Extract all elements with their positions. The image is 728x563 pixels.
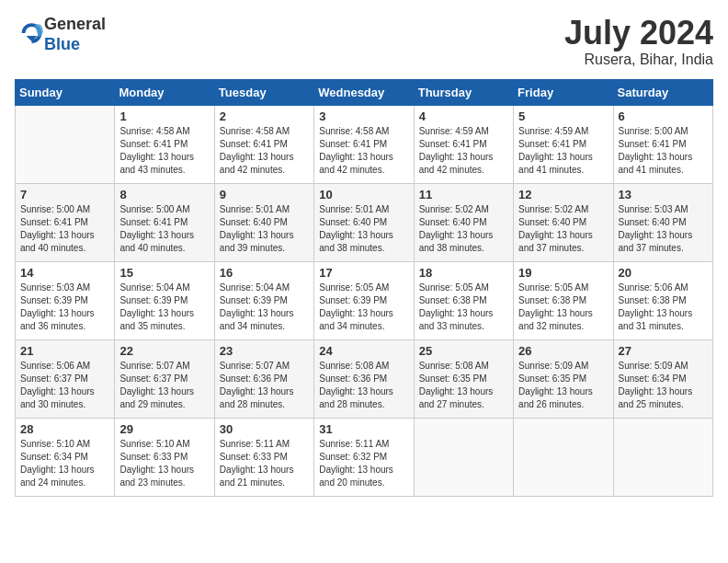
- calendar-cell: [414, 418, 513, 496]
- calendar-cell: 6Sunrise: 5:00 AM Sunset: 6:41 PM Daylig…: [613, 105, 712, 183]
- logo: General Blue: [15, 15, 106, 54]
- location-title: Rusera, Bihar, India: [564, 52, 713, 68]
- day-number: 10: [319, 188, 408, 201]
- day-number: 25: [419, 344, 508, 358]
- calendar-cell: 28Sunrise: 5:10 AM Sunset: 6:34 PM Dayli…: [16, 418, 115, 496]
- day-info: Sunrise: 5:09 AM Sunset: 6:35 PM Dayligh…: [518, 360, 608, 411]
- day-info: Sunrise: 5:10 AM Sunset: 6:34 PM Dayligh…: [20, 438, 109, 489]
- day-number: 16: [220, 266, 309, 280]
- day-info: Sunrise: 5:00 AM Sunset: 6:41 PM Dayligh…: [619, 125, 708, 177]
- calendar-cell: 14Sunrise: 5:03 AM Sunset: 6:39 PM Dayli…: [16, 261, 115, 339]
- month-title: July 2024: [564, 15, 713, 52]
- calendar-cell: 25Sunrise: 5:08 AM Sunset: 6:35 PM Dayli…: [414, 339, 513, 418]
- day-info: Sunrise: 5:04 AM Sunset: 6:39 PM Dayligh…: [119, 282, 209, 333]
- logo-icon: [17, 19, 44, 47]
- day-info: Sunrise: 5:03 AM Sunset: 6:40 PM Dayligh…: [619, 203, 708, 255]
- calendar-cell: 15Sunrise: 5:04 AM Sunset: 6:39 PM Dayli…: [115, 261, 214, 339]
- calendar-week-row: 7Sunrise: 5:00 AM Sunset: 6:41 PM Daylig…: [16, 183, 713, 261]
- day-info: Sunrise: 5:11 AM Sunset: 6:33 PM Dayligh…: [220, 438, 309, 489]
- calendar-cell: 21Sunrise: 5:06 AM Sunset: 6:37 PM Dayli…: [16, 339, 115, 418]
- day-info: Sunrise: 5:03 AM Sunset: 6:39 PM Dayligh…: [20, 282, 109, 333]
- day-number: 8: [119, 188, 209, 201]
- day-number: 27: [619, 344, 708, 358]
- page-header: General Blue July 2024 Rusera, Bihar, In…: [15, 15, 713, 68]
- calendar-cell: 10Sunrise: 5:01 AM Sunset: 6:40 PM Dayli…: [314, 183, 414, 261]
- title-area: July 2024 Rusera, Bihar, India: [564, 15, 713, 68]
- day-info: Sunrise: 5:06 AM Sunset: 6:37 PM Dayligh…: [20, 360, 109, 411]
- day-info: Sunrise: 5:11 AM Sunset: 6:32 PM Dayligh…: [319, 438, 408, 489]
- day-number: 22: [119, 344, 209, 358]
- calendar-cell: 3Sunrise: 4:58 AM Sunset: 6:41 PM Daylig…: [314, 105, 414, 183]
- calendar-cell: 5Sunrise: 4:59 AM Sunset: 6:41 PM Daylig…: [514, 105, 613, 183]
- day-number: 30: [220, 422, 309, 436]
- calendar-week-row: 1Sunrise: 4:58 AM Sunset: 6:41 PM Daylig…: [16, 105, 713, 183]
- day-number: 9: [220, 188, 309, 201]
- calendar-cell: [16, 105, 115, 183]
- calendar-cell: 8Sunrise: 5:00 AM Sunset: 6:41 PM Daylig…: [115, 183, 214, 261]
- calendar-cell: 2Sunrise: 4:58 AM Sunset: 6:41 PM Daylig…: [214, 105, 313, 183]
- day-number: 13: [619, 188, 708, 201]
- calendar-cell: 12Sunrise: 5:02 AM Sunset: 6:40 PM Dayli…: [514, 183, 613, 261]
- day-of-week-header: Friday: [514, 79, 613, 105]
- day-number: 11: [419, 188, 508, 201]
- day-number: 12: [518, 188, 608, 201]
- calendar-cell: 22Sunrise: 5:07 AM Sunset: 6:37 PM Dayli…: [115, 339, 214, 418]
- day-number: 1: [119, 109, 209, 123]
- calendar-week-row: 21Sunrise: 5:06 AM Sunset: 6:37 PM Dayli…: [16, 339, 713, 418]
- day-info: Sunrise: 5:00 AM Sunset: 6:41 PM Dayligh…: [119, 203, 209, 255]
- day-info: Sunrise: 5:06 AM Sunset: 6:38 PM Dayligh…: [619, 282, 708, 333]
- day-info: Sunrise: 5:00 AM Sunset: 6:41 PM Dayligh…: [20, 203, 109, 255]
- calendar-cell: 9Sunrise: 5:01 AM Sunset: 6:40 PM Daylig…: [214, 183, 313, 261]
- calendar-header-row: SundayMondayTuesdayWednesdayThursdayFrid…: [16, 79, 713, 105]
- day-number: 29: [119, 422, 209, 436]
- logo-general-text: General: [44, 15, 106, 33]
- calendar-cell: 18Sunrise: 5:05 AM Sunset: 6:38 PM Dayli…: [414, 261, 513, 339]
- day-number: 24: [319, 344, 408, 358]
- calendar-cell: [514, 418, 613, 496]
- day-number: 6: [619, 109, 708, 123]
- calendar-cell: 13Sunrise: 5:03 AM Sunset: 6:40 PM Dayli…: [613, 183, 712, 261]
- day-info: Sunrise: 5:05 AM Sunset: 6:39 PM Dayligh…: [319, 282, 408, 333]
- day-of-week-header: Wednesday: [314, 79, 414, 105]
- calendar-cell: 23Sunrise: 5:07 AM Sunset: 6:36 PM Dayli…: [214, 339, 313, 418]
- calendar-cell: 16Sunrise: 5:04 AM Sunset: 6:39 PM Dayli…: [214, 261, 313, 339]
- calendar-cell: 27Sunrise: 5:09 AM Sunset: 6:34 PM Dayli…: [613, 339, 712, 418]
- day-number: 20: [619, 266, 708, 280]
- day-of-week-header: Tuesday: [214, 79, 313, 105]
- day-number: 26: [518, 344, 608, 358]
- calendar-cell: 30Sunrise: 5:11 AM Sunset: 6:33 PM Dayli…: [214, 418, 313, 496]
- day-info: Sunrise: 5:08 AM Sunset: 6:36 PM Dayligh…: [319, 360, 408, 411]
- calendar-cell: 1Sunrise: 4:58 AM Sunset: 6:41 PM Daylig…: [115, 105, 214, 183]
- day-info: Sunrise: 4:59 AM Sunset: 6:41 PM Dayligh…: [518, 125, 608, 177]
- day-info: Sunrise: 4:58 AM Sunset: 6:41 PM Dayligh…: [119, 125, 209, 177]
- day-info: Sunrise: 5:07 AM Sunset: 6:36 PM Dayligh…: [220, 360, 309, 411]
- day-info: Sunrise: 5:04 AM Sunset: 6:39 PM Dayligh…: [220, 282, 309, 333]
- day-number: 18: [419, 266, 508, 280]
- day-number: 15: [119, 266, 209, 280]
- day-info: Sunrise: 5:10 AM Sunset: 6:33 PM Dayligh…: [119, 438, 209, 489]
- calendar-cell: 11Sunrise: 5:02 AM Sunset: 6:40 PM Dayli…: [414, 183, 513, 261]
- calendar-cell: 29Sunrise: 5:10 AM Sunset: 6:33 PM Dayli…: [115, 418, 214, 496]
- day-info: Sunrise: 5:05 AM Sunset: 6:38 PM Dayligh…: [518, 282, 608, 333]
- logo-blue-text: Blue: [44, 35, 80, 53]
- calendar-body: 1Sunrise: 4:58 AM Sunset: 6:41 PM Daylig…: [16, 105, 713, 496]
- day-of-week-header: Saturday: [613, 79, 712, 105]
- day-number: 14: [20, 266, 109, 280]
- day-info: Sunrise: 4:58 AM Sunset: 6:41 PM Dayligh…: [319, 125, 408, 177]
- day-number: 21: [20, 344, 109, 358]
- calendar-cell: 20Sunrise: 5:06 AM Sunset: 6:38 PM Dayli…: [613, 261, 712, 339]
- day-info: Sunrise: 5:02 AM Sunset: 6:40 PM Dayligh…: [518, 203, 608, 255]
- calendar-cell: 17Sunrise: 5:05 AM Sunset: 6:39 PM Dayli…: [314, 261, 414, 339]
- calendar-cell: 19Sunrise: 5:05 AM Sunset: 6:38 PM Dayli…: [514, 261, 613, 339]
- calendar-week-row: 14Sunrise: 5:03 AM Sunset: 6:39 PM Dayli…: [16, 261, 713, 339]
- day-info: Sunrise: 5:07 AM Sunset: 6:37 PM Dayligh…: [119, 360, 209, 411]
- day-number: 19: [518, 266, 608, 280]
- calendar-table: SundayMondayTuesdayWednesdayThursdayFrid…: [15, 79, 713, 497]
- day-number: 4: [419, 109, 508, 123]
- calendar-cell: 26Sunrise: 5:09 AM Sunset: 6:35 PM Dayli…: [514, 339, 613, 418]
- day-of-week-header: Sunday: [16, 79, 115, 105]
- calendar-cell: 4Sunrise: 4:59 AM Sunset: 6:41 PM Daylig…: [414, 105, 513, 183]
- day-info: Sunrise: 5:09 AM Sunset: 6:34 PM Dayligh…: [619, 360, 708, 411]
- day-of-week-header: Thursday: [414, 79, 513, 105]
- calendar-cell: 24Sunrise: 5:08 AM Sunset: 6:36 PM Dayli…: [314, 339, 414, 418]
